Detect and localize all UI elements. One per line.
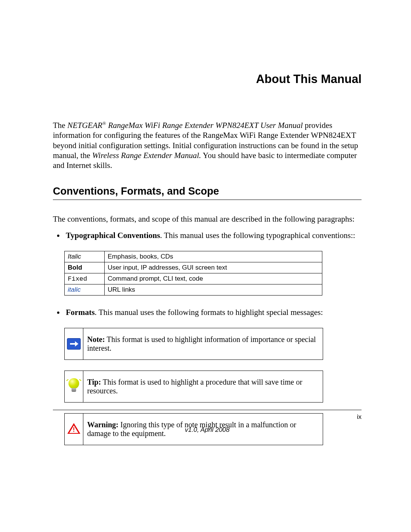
tip-callout: Tip: This format is used to highlight a … <box>64 371 323 403</box>
section-intro: The conventions, formats, and scope of t… <box>53 214 362 224</box>
bullet-typographical: Typographical Conventions. This manual u… <box>64 231 362 240</box>
bullet-formats: Formats. This manual uses the following … <box>64 308 362 317</box>
page-title: About This Manual <box>53 72 362 86</box>
table-row: Italic Emphasis, books, CDs <box>65 251 322 262</box>
section-heading: Conventions, Formats, and Scope <box>53 185 362 197</box>
page-number: ix <box>53 413 362 421</box>
note-callout: Note: This format is used to highlight i… <box>64 328 323 360</box>
table-row: Bold User input, IP addresses, GUI scree… <box>65 262 322 273</box>
registered-symbol: ® <box>102 121 106 126</box>
table-row: italic URL links <box>65 284 322 296</box>
version-footer: v1.0, April 2008 <box>53 426 362 434</box>
table-row: Fixed Command prompt, CLI text, code <box>65 273 322 284</box>
conventions-table: Italic Emphasis, books, CDs Bold User in… <box>64 251 322 296</box>
note-arrow-icon <box>67 338 81 350</box>
lightbulb-icon <box>67 378 81 395</box>
section-rule <box>53 200 362 200</box>
intro-paragraph: The NETGEAR® RangeMax WiFi Range Extende… <box>53 120 362 170</box>
footer-rule <box>53 410 362 410</box>
